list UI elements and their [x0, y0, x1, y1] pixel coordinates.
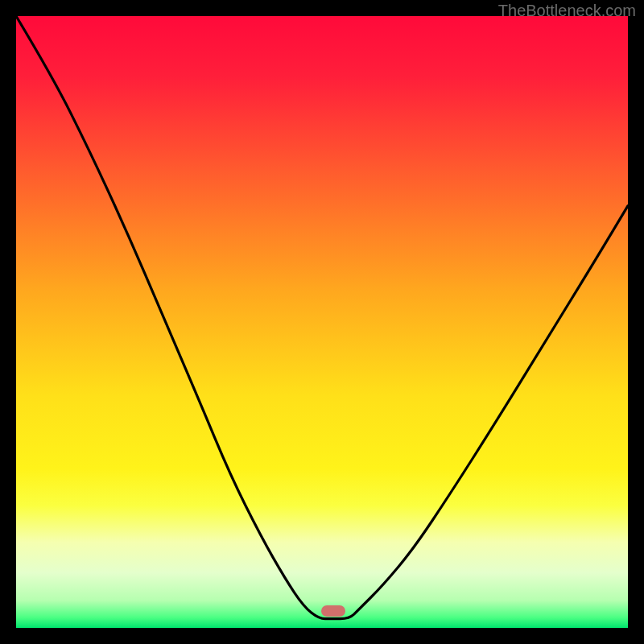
optimal-marker: [321, 605, 345, 617]
plot-area: [16, 16, 628, 628]
bottleneck-curve: [16, 16, 628, 628]
chart-frame: TheBottleneck.com: [0, 0, 644, 644]
